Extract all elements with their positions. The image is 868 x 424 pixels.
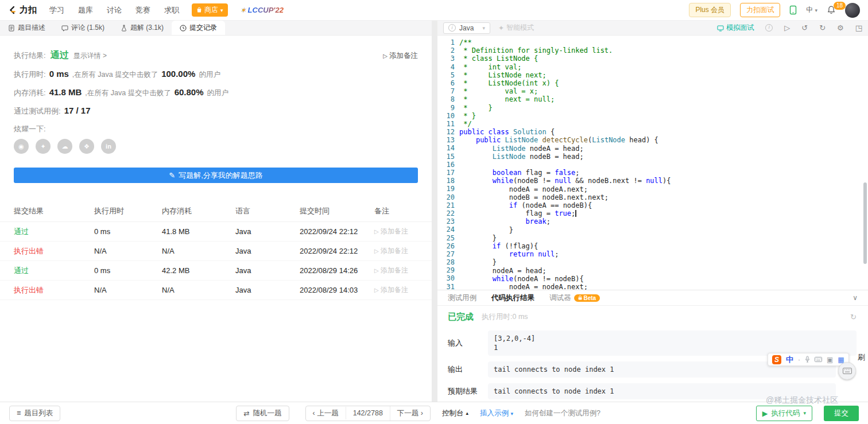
nav-item-problems[interactable]: 题库	[78, 5, 93, 15]
insert-example-button[interactable]: 插入示例 ▾	[480, 409, 513, 418]
code-line[interactable]: public ListNode detectCycle(ListNode hea…	[459, 136, 868, 144]
code-line[interactable]: while(nodeB != null && nodeB.next != nul…	[459, 177, 868, 185]
lccup-logo[interactable]: ✶LCCUP'22	[241, 6, 284, 14]
table-row[interactable]: 执行出错N/AN/AJava2022/08/29 14:03▷ 添加备注	[0, 281, 432, 300]
add-note-link[interactable]: ▷ 添加备注	[374, 227, 418, 236]
code-line[interactable]: nodeB = nodeB.next.next;	[459, 193, 868, 201]
code-line[interactable]: break;	[459, 217, 868, 225]
code-line[interactable]: * val = x;	[459, 87, 868, 95]
problem-list-button[interactable]: ≡题目列表	[9, 406, 60, 421]
code-line[interactable]	[459, 161, 868, 169]
write-solution-button[interactable]: ✎ 写题解,分享我的解题思路	[14, 168, 418, 183]
code-line[interactable]: nodeA = nodeA.next;	[459, 283, 868, 290]
code-line[interactable]: * Definition for singly-linked list.	[459, 46, 868, 55]
add-note-link[interactable]: ▷ 添加备注	[374, 266, 418, 275]
smart-mode-toggle[interactable]: ✦智能模式	[498, 23, 534, 33]
mobile-app-icon[interactable]	[789, 5, 797, 15]
user-avatar[interactable]	[845, 3, 860, 18]
ime-panel-grid-icon[interactable]: ▦	[838, 356, 844, 363]
code-line[interactable]: if (!flag){	[459, 242, 868, 250]
collapse-console-icon[interactable]: ∨	[852, 294, 858, 302]
code-line[interactable]: * int val;	[459, 63, 868, 71]
submission-result[interactable]: 执行出错	[14, 246, 94, 256]
next-problem-button[interactable]: 下一题 ›	[390, 406, 430, 421]
code-line[interactable]: while(nodeA != nodeB){	[459, 275, 868, 283]
plus-member-button[interactable]: Plus 会员	[689, 3, 731, 17]
scrollbar-thumb[interactable]	[863, 182, 867, 264]
refresh-icon[interactable]: ↻	[850, 313, 857, 321]
code-line[interactable]: nodeA = nodeA.next;	[459, 185, 868, 193]
code-line[interactable]: boolean flag = false;	[459, 169, 868, 177]
share-icon[interactable]: ◉	[14, 139, 29, 154]
clipboard-icon[interactable]: ▣	[827, 356, 833, 363]
code-editor[interactable]: 1234567891011121314151617181920212223242…	[437, 36, 868, 290]
leetcode-interview-button[interactable]: 力扣面试	[740, 3, 780, 17]
code-line[interactable]: ListNode nodeB = head;	[459, 153, 868, 161]
settings-gear-icon[interactable]: ⚙	[837, 24, 844, 32]
code-line[interactable]: }	[459, 258, 868, 266]
nav-item-discuss[interactable]: 讨论	[107, 5, 122, 15]
code-line[interactable]: return null;	[459, 250, 868, 258]
share-icon[interactable]: ✦	[36, 139, 51, 154]
tab-description[interactable]: 题目描述	[0, 21, 53, 35]
code-line[interactable]: * class ListNode {	[459, 55, 868, 63]
mock-interview-button[interactable]: 模拟面试	[717, 23, 754, 33]
notifications-button[interactable]: 18	[827, 5, 836, 15]
submission-result[interactable]: 通过	[14, 266, 94, 276]
panel-divider[interactable]	[432, 21, 437, 402]
code-line[interactable]: */	[459, 120, 868, 128]
tab-testcase[interactable]: 测试用例	[448, 293, 476, 303]
code-line[interactable]: nodeA = head;	[459, 267, 868, 275]
code-line[interactable]: * ListNode(int x) {	[459, 79, 868, 87]
share-icon[interactable]: ☁	[57, 139, 72, 154]
tab-debugger[interactable]: 调试器 Beta	[549, 293, 600, 303]
code-line[interactable]: }	[459, 226, 868, 234]
prev-problem-button[interactable]: ‹ 上一题	[306, 406, 346, 421]
ime-mode-chinese[interactable]: 中	[786, 355, 793, 365]
share-linkedin-icon[interactable]: in	[101, 139, 116, 154]
fullscreen-icon[interactable]: ◳	[855, 24, 862, 32]
language-dropdown[interactable]: iJava ▾	[443, 22, 490, 34]
editor-code[interactable]: /** * Definition for singly-linked list.…	[459, 38, 868, 290]
code-line[interactable]: * ListNode next;	[459, 71, 868, 79]
run-icon[interactable]: ▷	[784, 24, 790, 32]
code-line[interactable]: if (nodeA == nodeB){	[459, 201, 868, 209]
nav-item-jobs[interactable]: 求职	[164, 5, 179, 15]
table-row[interactable]: 通过0 ms41.8 MBJava2022/09/24 22:12▷ 添加备注	[0, 222, 432, 242]
tab-submissions[interactable]: 提交记录	[172, 21, 225, 35]
tab-run-result[interactable]: 代码执行结果	[491, 293, 534, 303]
nav-item-contest[interactable]: 竞赛	[135, 5, 150, 15]
add-note-link[interactable]: ▷ 添加备注	[374, 285, 418, 295]
language-selector[interactable]: 中 ▾	[806, 5, 817, 15]
nav-item-learn[interactable]: 学习	[49, 5, 64, 15]
code-line[interactable]: * next = null;	[459, 95, 868, 103]
code-line[interactable]: ListNode nodeA = head;	[459, 145, 868, 153]
add-note-button[interactable]: ▷添加备注	[383, 51, 418, 61]
leetcode-logo[interactable]: 力扣	[8, 5, 37, 15]
table-row[interactable]: 通过0 ms42.2 MBJava2022/08/29 14:26▷ 添加备注	[0, 261, 432, 281]
code-line[interactable]: * }	[459, 112, 868, 120]
show-details-link[interactable]: 显示详情 >	[73, 51, 107, 61]
submission-result[interactable]: 通过	[14, 227, 94, 237]
sogou-logo-icon[interactable]: S	[772, 355, 781, 364]
submit-button[interactable]: 提交	[824, 406, 859, 421]
tab-comments[interactable]: 评论 (1.5k)	[53, 21, 113, 35]
reset-code-icon[interactable]: ↺	[801, 24, 808, 32]
ime-float-button[interactable]	[838, 362, 856, 380]
side-widget-tab[interactable]: 刷	[858, 352, 865, 363]
add-note-link[interactable]: ▷ 添加备注	[374, 246, 418, 256]
table-row[interactable]: 执行出错N/AN/AJava2022/09/24 22:12▷ 添加备注	[0, 242, 432, 261]
code-line[interactable]: flag = true;	[459, 209, 868, 217]
tab-solutions[interactable]: 题解 (3.1k)	[113, 21, 172, 35]
code-line[interactable]: /**	[459, 38, 868, 46]
code-line[interactable]: public class Solution {	[459, 128, 868, 136]
code-line[interactable]: * }	[459, 104, 868, 112]
run-code-button[interactable]: ▶执行代码▾	[756, 406, 812, 421]
console-toggle-button[interactable]: 控制台▴	[442, 409, 468, 418]
ime-punctuation-icon[interactable]: ·	[798, 356, 800, 363]
history-icon[interactable]: ↻	[819, 24, 826, 32]
code-line[interactable]: }	[459, 234, 868, 242]
submission-result[interactable]: 执行出错	[14, 285, 94, 295]
howto-testcase-link[interactable]: 如何创建一个测试用例?	[525, 409, 600, 418]
store-button[interactable]: 商店 ▾	[192, 3, 228, 17]
